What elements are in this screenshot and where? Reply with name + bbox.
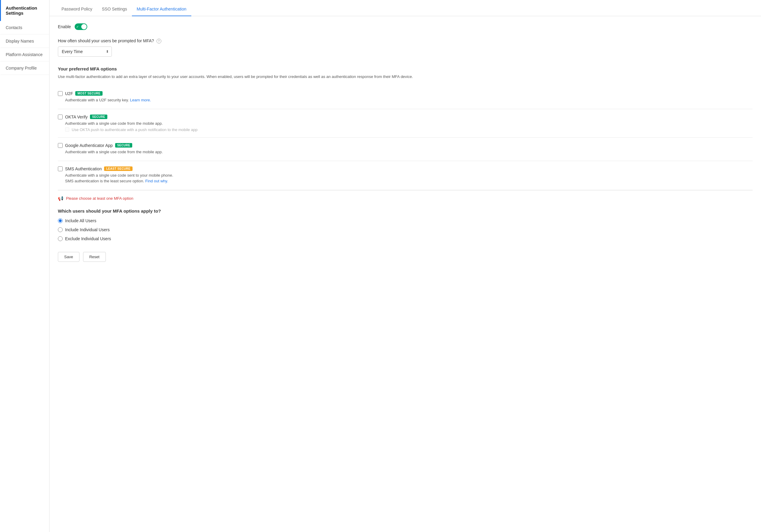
radio-label-all: Include All Users bbox=[65, 218, 96, 223]
mfa-prompt-question: How often should your users be prompted … bbox=[58, 38, 753, 43]
sidebar-item-contacts[interactable]: Contacts bbox=[0, 21, 49, 34]
mfa-option-okta: OKTA Verify SECURE Authenticate with a s… bbox=[58, 109, 753, 138]
mfa-option-sms-header: SMS Authentication LEAST SECURE bbox=[58, 166, 753, 171]
content-area: Enable How often should your users be pr… bbox=[49, 16, 761, 269]
badge-secure-google: SECURE bbox=[115, 143, 132, 148]
divider bbox=[58, 190, 753, 191]
badge-most-secure: MOST SECURE bbox=[75, 91, 102, 96]
mfa-option-okta-header: OKTA Verify SECURE bbox=[58, 115, 753, 119]
radio-row-individual: Include Individual Users bbox=[58, 227, 753, 232]
reset-button[interactable]: Reset bbox=[83, 252, 106, 262]
mfa-option-google: Google Authenticator App SECURE Authenti… bbox=[58, 138, 753, 161]
mfa-desc-sms-line2-text: SMS authentication is the least secure o… bbox=[65, 179, 144, 183]
tab-password-policy[interactable]: Password Policy bbox=[57, 2, 97, 16]
mfa-frequency-select[interactable]: Every Time Once per session Once per day bbox=[58, 46, 112, 57]
mfa-option-google-header: Google Authenticator App SECURE bbox=[58, 143, 753, 148]
mfa-desc-u2f: Authenticate with a U2F security key. Le… bbox=[65, 98, 753, 102]
sms-find-out-link[interactable]: Find out why. bbox=[145, 179, 168, 183]
mfa-desc-u2f-text: Authenticate with a U2F security key. bbox=[65, 98, 129, 102]
enable-row: Enable bbox=[58, 24, 753, 30]
sidebar: Authentication Settings Contacts Display… bbox=[0, 0, 49, 532]
help-icon[interactable]: ? bbox=[156, 39, 161, 43]
mfa-name-okta: OKTA Verify bbox=[65, 115, 88, 119]
radio-include-individual[interactable] bbox=[58, 227, 63, 232]
enable-label: Enable bbox=[58, 24, 71, 29]
mfa-option-u2f-header: U2F MOST SECURE bbox=[58, 91, 753, 96]
preferred-mfa-desc: Use multi-factor authentication to add a… bbox=[58, 74, 753, 80]
radio-include-all[interactable] bbox=[58, 218, 63, 223]
tab-bar: Password Policy SSO Settings Multi-Facto… bbox=[49, 2, 761, 16]
mfa-name-sms: SMS Authentication bbox=[65, 166, 102, 171]
save-button[interactable]: Save bbox=[58, 252, 80, 262]
okta-push-label: Use OKTA push to authenticate with a pus… bbox=[72, 128, 198, 132]
tab-mfa[interactable]: Multi-Factor Authentication bbox=[132, 2, 191, 16]
mfa-desc-sms-line2: SMS authentication is the least secure o… bbox=[65, 179, 753, 183]
tab-sso-settings[interactable]: SSO Settings bbox=[97, 2, 132, 16]
toggle-knob bbox=[81, 24, 87, 30]
radio-label-exclude: Exclude Individual Users bbox=[65, 236, 111, 241]
radio-exclude-individual[interactable] bbox=[58, 236, 63, 241]
mfa-option-sms: SMS Authentication LEAST SECURE Authenti… bbox=[58, 161, 753, 190]
u2f-learn-more-link[interactable]: Learn more. bbox=[130, 98, 151, 102]
error-text: Please choose at least one MFA option bbox=[66, 196, 134, 201]
mfa-desc-google: Authenticate with a single use code from… bbox=[65, 149, 753, 154]
mfa-desc-okta: Authenticate with a single use code from… bbox=[65, 121, 753, 126]
mfa-checkbox-sms[interactable] bbox=[58, 166, 63, 171]
okta-push-checkbox bbox=[65, 128, 69, 132]
error-message: 📢 Please choose at least one MFA option bbox=[58, 196, 753, 201]
radio-row-all: Include All Users bbox=[58, 218, 753, 223]
preferred-mfa-title: Your preferred MFA options bbox=[58, 66, 753, 71]
main-content: Password Policy SSO Settings Multi-Facto… bbox=[49, 0, 761, 532]
okta-push-row: Use OKTA push to authenticate with a pus… bbox=[65, 128, 753, 132]
users-title: Which users should your MFA options appl… bbox=[58, 208, 753, 213]
megaphone-icon: 📢 bbox=[58, 196, 64, 201]
badge-least-secure: LEAST SECURE bbox=[104, 166, 133, 171]
mfa-checkbox-google[interactable] bbox=[58, 143, 63, 148]
mfa-checkbox-okta[interactable] bbox=[58, 115, 63, 119]
mfa-name-google: Google Authenticator App bbox=[65, 143, 113, 148]
mfa-checkbox-u2f[interactable] bbox=[58, 91, 63, 96]
sidebar-item-company-profile[interactable]: Company Profile bbox=[0, 61, 49, 75]
sidebar-item-platform-assistance[interactable]: Platform Assistance bbox=[0, 48, 49, 61]
sidebar-title: Authentication Settings bbox=[0, 0, 49, 21]
button-row: Save Reset bbox=[58, 252, 753, 262]
radio-row-exclude: Exclude Individual Users bbox=[58, 236, 753, 241]
mfa-option-u2f: U2F MOST SECURE Authenticate with a U2F … bbox=[58, 86, 753, 109]
users-section: Which users should your MFA options appl… bbox=[58, 208, 753, 241]
mfa-desc-sms-line1: Authenticate with a single use code sent… bbox=[65, 173, 753, 178]
enable-toggle[interactable] bbox=[75, 24, 87, 30]
sidebar-item-display-names[interactable]: Display Names bbox=[0, 34, 49, 48]
mfa-frequency-select-wrapper: Every Time Once per session Once per day… bbox=[58, 46, 112, 57]
mfa-name-u2f: U2F bbox=[65, 91, 73, 96]
badge-secure-okta: SECURE bbox=[90, 115, 107, 119]
radio-label-individual: Include Individual Users bbox=[65, 227, 110, 232]
mfa-prompt-question-text: How often should your users be prompted … bbox=[58, 38, 154, 43]
